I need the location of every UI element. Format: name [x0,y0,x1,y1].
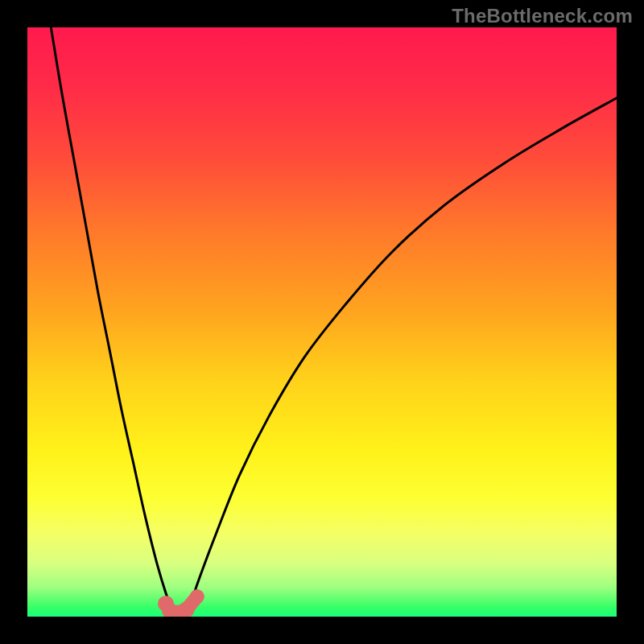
watermark-text: TheBottleneck.com [452,5,633,27]
plot-area [27,27,617,617]
gradient-background [27,27,617,617]
chart-frame: TheBottleneck.com [0,0,644,644]
chart-svg [27,27,617,617]
marker-dot [190,589,204,604]
